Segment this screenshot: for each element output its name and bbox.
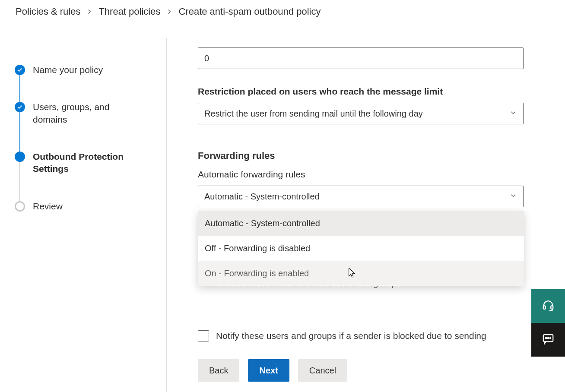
step-label: Review xyxy=(33,200,63,212)
forwarding-rules-title: Forwarding rules xyxy=(198,150,565,161)
svg-rect-1 xyxy=(551,306,553,309)
check-icon xyxy=(15,65,25,75)
step-label: Name your policy xyxy=(33,64,103,76)
current-step-icon xyxy=(15,152,25,162)
step-outbound-protection[interactable]: Outbound Protection Settings xyxy=(15,151,153,200)
feedback-button[interactable] xyxy=(531,323,565,357)
chevron-down-icon xyxy=(509,109,517,119)
cancel-button[interactable]: Cancel xyxy=(298,359,347,382)
chevron-right-icon xyxy=(164,8,175,16)
wizard-stepper: Name your policy Users, groups, and doma… xyxy=(15,64,153,212)
chevron-right-icon xyxy=(84,8,95,16)
restriction-select-value: Restrict the user from sending mail unti… xyxy=(204,109,423,119)
step-label: Users, groups, and domains xyxy=(33,101,132,126)
auto-forward-select[interactable]: Automatic - System-controlled xyxy=(198,186,524,207)
daily-limit-label: Set a daily message limit xyxy=(198,38,524,41)
notify-checkbox[interactable] xyxy=(198,330,209,341)
notify-checkbox-label: Notify these users and groups if a sende… xyxy=(216,329,522,345)
step-users-groups[interactable]: Users, groups, and domains xyxy=(15,101,153,151)
auto-forward-dropdown: Automatic - System-controlled Off - Forw… xyxy=(198,211,524,286)
form-pane: Set a daily message limit Restriction pl… xyxy=(167,38,565,345)
upcoming-step-icon xyxy=(15,201,25,212)
wizard-footer: Back Next Cancel xyxy=(167,349,565,392)
breadcrumb-item-create: Create anti-spam outbound policy xyxy=(178,6,321,17)
step-review[interactable]: Review xyxy=(15,200,153,212)
auto-forward-option-on[interactable]: On - Forwarding is enabled xyxy=(198,261,524,286)
svg-rect-0 xyxy=(543,306,546,309)
daily-message-limit-input[interactable] xyxy=(198,47,524,69)
svg-point-4 xyxy=(548,338,549,339)
next-button[interactable]: Next xyxy=(248,359,289,382)
help-button[interactable] xyxy=(531,289,565,323)
step-connector xyxy=(19,111,20,152)
svg-point-3 xyxy=(546,338,547,339)
auto-forward-option-automatic[interactable]: Automatic - System-controlled xyxy=(198,211,524,236)
auto-forward-select-value: Automatic - System-controlled xyxy=(204,192,320,202)
breadcrumb-item-policies[interactable]: Policies & rules xyxy=(16,6,80,17)
step-connector xyxy=(19,161,20,202)
headset-icon xyxy=(542,299,555,313)
restriction-select[interactable]: Restrict the user from sending mail unti… xyxy=(198,103,524,124)
chevron-down-icon xyxy=(509,192,517,202)
auto-forward-option-off[interactable]: Off - Forwarding is disabled xyxy=(198,236,524,261)
restriction-label: Restriction placed on users who reach th… xyxy=(198,86,524,97)
support-float-gutter xyxy=(531,289,565,357)
svg-point-5 xyxy=(550,338,551,339)
back-button[interactable]: Back xyxy=(198,359,239,382)
chat-icon xyxy=(542,332,555,347)
step-name-policy[interactable]: Name your policy xyxy=(15,64,153,101)
auto-forward-label: Automatic forwarding rules xyxy=(198,169,524,180)
step-connector xyxy=(19,74,20,103)
step-label: Outbound Protection Settings xyxy=(33,151,132,175)
breadcrumb: Policies & rules Threat policies Create … xyxy=(0,0,565,25)
breadcrumb-item-threat[interactable]: Threat policies xyxy=(98,6,160,17)
check-icon xyxy=(15,102,25,112)
